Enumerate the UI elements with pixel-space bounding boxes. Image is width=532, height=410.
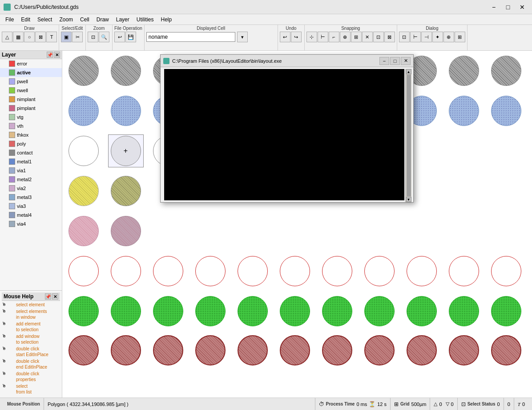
circle-r2c1 xyxy=(62,91,105,131)
dialog-btn1[interactable]: ⊡ xyxy=(399,32,410,42)
file-save-btn[interactable]: 💾 xyxy=(125,32,136,42)
layer-item-pwell[interactable]: pwell xyxy=(0,77,62,86)
layer-name-metal3: metal3 xyxy=(17,195,32,200)
layer-list: error active pwell nwell nimplant xyxy=(0,59,62,290)
circle-r7c7 xyxy=(316,291,358,331)
toolbar-cell-label: Displayed Cell xyxy=(146,26,276,31)
t-value: 0 xyxy=(522,402,525,407)
layer-icon-via4 xyxy=(9,221,15,227)
dialog-btn5[interactable]: ⊕ xyxy=(443,32,454,42)
snap-edge-btn[interactable]: ⊢ xyxy=(318,32,328,42)
layer-item-via1[interactable]: via1 xyxy=(0,166,62,175)
y-value: 0 xyxy=(451,402,454,407)
maximize-button[interactable]: □ xyxy=(502,2,514,12)
dialog-scrollbar[interactable]: ▲ ▼ xyxy=(405,69,411,202)
layer-item-vtg[interactable]: vtg xyxy=(0,113,62,122)
dialog-btn2[interactable]: ⊢ xyxy=(410,32,421,42)
menu-select[interactable]: Select xyxy=(34,16,56,24)
layer-icon-via1 xyxy=(9,167,15,174)
layer-name-vtg: vtg xyxy=(17,114,24,120)
edit-btn[interactable]: ✂ xyxy=(72,32,83,42)
circle-r2c2 xyxy=(105,91,147,131)
mouse-help-pin[interactable]: 📌 xyxy=(45,293,51,300)
draw-path-btn[interactable]: ⊠ xyxy=(35,32,46,42)
snap-grid-btn[interactable]: ⊹ xyxy=(306,32,317,42)
minimize-button[interactable]: − xyxy=(488,2,500,12)
menu-draw[interactable]: Draw xyxy=(93,16,113,24)
layer-item-pimplant[interactable]: pimplant xyxy=(0,104,62,113)
redo-btn[interactable]: ↪ xyxy=(291,32,302,42)
circle-r7c2 xyxy=(105,291,147,331)
dialog-minimize-btn[interactable]: − xyxy=(379,57,389,65)
layer-item-vth[interactable]: vth xyxy=(0,122,62,130)
circle-r7c1 xyxy=(62,291,105,331)
scroll-down-arrow[interactable]: ▼ xyxy=(406,197,411,202)
snap-drc-btn[interactable]: ⊠ xyxy=(384,32,395,42)
dialog-maximize-btn[interactable]: □ xyxy=(390,57,400,65)
menu-zoom[interactable]: Zoom xyxy=(56,16,77,24)
circle-r8c5 xyxy=(231,330,274,370)
menu-utilities[interactable]: Utilities xyxy=(133,16,157,24)
mouse-help-item-select: 🖱 select element xyxy=(2,302,60,308)
layer-item-poly[interactable]: poly xyxy=(0,139,62,148)
canvas-area[interactable]: + xyxy=(62,51,532,398)
draw-text-btn[interactable]: T xyxy=(46,32,57,42)
draw-circle-btn[interactable]: ○ xyxy=(24,32,35,42)
draw-rect-btn[interactable]: ▦ xyxy=(13,32,24,42)
menu-edit[interactable]: Edit xyxy=(17,16,34,24)
circle-r2c11 xyxy=(485,91,527,131)
layer-item-active[interactable]: active xyxy=(0,68,62,77)
circle-r4c2-olive xyxy=(105,171,147,211)
grid-label: Grid xyxy=(400,402,410,406)
layer-item-nwell[interactable]: nwell xyxy=(0,86,62,95)
dialog-btn4[interactable]: ✦ xyxy=(432,32,443,42)
snap-off-btn[interactable]: ✕ xyxy=(362,32,373,42)
close-button[interactable]: ✕ xyxy=(516,2,528,12)
layer-item-contact[interactable]: contact xyxy=(0,148,62,157)
file-open-btn[interactable]: ↩ xyxy=(114,32,125,42)
layer-icon-poly xyxy=(9,141,15,147)
menu-layer[interactable]: Layer xyxy=(113,16,133,24)
layer-item-metal2[interactable]: metal2 xyxy=(0,175,62,184)
cell-dropdown-btn[interactable]: ▾ xyxy=(237,32,248,42)
snap-center-btn[interactable]: ⊕ xyxy=(340,32,351,42)
layer-item-via2[interactable]: via2 xyxy=(0,184,62,193)
draw-polygon-btn[interactable]: △ xyxy=(2,32,12,42)
menu-file[interactable]: File xyxy=(2,16,17,24)
menu-cell[interactable]: Cell xyxy=(77,16,93,24)
mouse-help-close[interactable]: ✕ xyxy=(52,293,58,300)
layer-name-error: error xyxy=(17,61,27,66)
layer-item-metal3[interactable]: metal3 xyxy=(0,193,62,202)
layer-item-via4[interactable]: via4 xyxy=(0,219,62,228)
dialog-close-btn[interactable]: ✕ xyxy=(401,57,411,65)
menu-help[interactable]: Help xyxy=(157,16,175,24)
layer-item-metal1[interactable]: metal1 xyxy=(0,157,62,166)
scroll-up-arrow[interactable]: ▲ xyxy=(406,69,411,74)
select-btn[interactable]: ▣ xyxy=(61,32,72,42)
zoom-in-btn[interactable]: 🔍 xyxy=(99,32,109,42)
mouse-help-text-props: double clickproperties xyxy=(16,371,39,382)
zoom-fit-btn[interactable]: ⊡ xyxy=(88,32,98,42)
layer-item-nimplant[interactable]: nimplant xyxy=(0,95,62,104)
select-value: 0 xyxy=(497,402,500,407)
layer-panel-close[interactable]: ✕ xyxy=(54,52,60,58)
layer-item-error[interactable]: error xyxy=(0,59,62,68)
snap-toggle-btn[interactable]: ⊞ xyxy=(351,32,362,42)
layer-panel-pin[interactable]: 📌 xyxy=(47,52,53,58)
circle-r8c2 xyxy=(105,330,147,370)
snap-custom-btn[interactable]: ⊡ xyxy=(373,32,384,42)
toolbar-file-op-label: File Operation xyxy=(114,26,142,31)
layer-icon-active xyxy=(9,69,15,76)
dialog-btn6[interactable]: ⊞ xyxy=(455,32,465,42)
mouse-icon-props: 🖱 xyxy=(2,371,14,376)
snap-corner-btn[interactable]: ⌐ xyxy=(329,32,339,42)
layer-item-metal4[interactable]: metal4 xyxy=(0,211,62,219)
mouse-icon-add-window: 🖱 xyxy=(2,333,14,338)
dialog-btn3[interactable]: ⊣ xyxy=(421,32,432,42)
cell-name-input[interactable] xyxy=(146,32,235,42)
circle-r6c3 xyxy=(147,251,189,291)
toolbar-draw: Draw △ ▦ ○ ⊠ T xyxy=(0,25,59,50)
layer-item-via3[interactable]: via3 xyxy=(0,202,62,211)
layer-item-thkox[interactable]: thkox xyxy=(0,130,62,139)
undo-btn[interactable]: ↩ xyxy=(280,32,290,42)
